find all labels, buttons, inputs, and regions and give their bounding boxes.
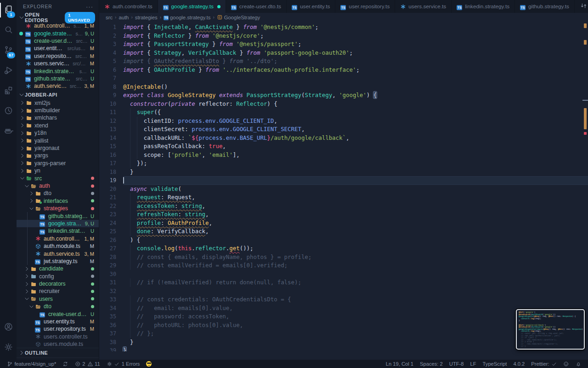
line-number[interactable]: 39 (99, 346, 123, 351)
line-number[interactable]: 21 (99, 193, 123, 202)
line-number[interactable]: 17 (99, 159, 123, 168)
tree-item-config[interactable]: config (17, 273, 99, 280)
code-line[interactable] (123, 270, 582, 279)
status-item-prettier[interactable]: Prettier: (528, 360, 560, 368)
line-number[interactable]: 12 (99, 117, 123, 126)
tree-item-auth-service-ts[interactable]: auth.service.ts3, M (17, 250, 99, 257)
breadcrumb-item[interactable]: TSgoogle.strategy.ts (164, 14, 210, 20)
line-number[interactable]: 25 (99, 227, 123, 236)
tree-item-recruiter[interactable]: recruiter (17, 288, 99, 295)
tree-item-dto[interactable]: dto (17, 303, 99, 310)
status-item-ts-version[interactable]: 4.0.2 (510, 360, 528, 368)
tree-item-xmlchars[interactable]: xmlchars (17, 114, 99, 121)
line-number[interactable]: 7 (99, 74, 123, 83)
status-item-sync[interactable] (59, 360, 72, 368)
line-number[interactable]: 34 (99, 304, 123, 313)
open-editor-item[interactable]: users.service.tssrc/u…M (17, 60, 99, 67)
tree-item-create-user-dto-ts[interactable]: TScreate-user.dto.tsU (17, 310, 99, 317)
tree-item-xtend[interactable]: xtend (17, 122, 99, 129)
open-changes-icon[interactable] (580, 2, 587, 11)
tab-linkedin-strategy-ts[interactable]: TSlinkedin.strategy.ts (452, 0, 515, 13)
status-item-gitmoji[interactable] (143, 360, 155, 368)
tree-item-xmlbuilder[interactable]: xmlbuilder (17, 107, 99, 114)
line-number[interactable]: 1 (99, 23, 123, 32)
status-item-problems[interactable]: 211 (72, 360, 103, 368)
tree-item-yn[interactable]: yn (17, 167, 99, 174)
code-line[interactable]: scope: ['profile', 'email'], (123, 151, 582, 160)
line-number[interactable]: 36 (99, 321, 123, 330)
code-line[interactable]: export class GoogleStrategy extends Pass… (123, 91, 582, 100)
open-editor-item[interactable]: TSuser.entity.tssrc/usersM (17, 45, 99, 52)
activity-bar-item-accounts[interactable] (0, 317, 17, 338)
tree-item-users-module-ts[interactable]: users.module.ts (17, 340, 99, 348)
activity-bar-item-explorer[interactable]: 1 (0, 0, 17, 20)
line-number[interactable]: 31 (99, 278, 123, 287)
code-line[interactable] (123, 287, 582, 296)
tree-item-decorators[interactable]: decorators (17, 280, 99, 288)
code-line[interactable]: callbackURL: `${process.env.BASE_URL}/au… (123, 134, 582, 143)
line-number[interactable]: 27 (99, 244, 123, 253)
line-number[interactable]: 14 (99, 134, 123, 143)
open-editor-item[interactable]: TSuser.repository.tssrc/…M (17, 52, 99, 60)
code-line[interactable]: clientID: process.env.GOOGLE_CLIENT_ID, (123, 117, 582, 126)
line-number[interactable]: 33 (99, 295, 123, 304)
code-line[interactable] (123, 176, 588, 185)
activity-bar-item-timer[interactable] (0, 101, 17, 121)
code-line[interactable]: profile: OAuthProfile, (123, 219, 582, 228)
code-line[interactable]: // password: accessToken, (123, 312, 582, 321)
tree-item-users-controller-ts[interactable]: users.controller.ts (17, 333, 99, 340)
status-item-eol[interactable]: LF (467, 360, 480, 368)
line-number[interactable]: 9 (99, 91, 123, 100)
line-number[interactable]: 4 (99, 49, 123, 58)
code-line[interactable]: passReqToCallback: true, (123, 142, 582, 151)
line-number[interactable]: 10 (99, 100, 123, 109)
line-number[interactable]: 3 (99, 40, 123, 49)
status-item-cursor-position[interactable]: Ln 19, Col 1 (383, 360, 417, 368)
line-number[interactable]: 18 (99, 168, 123, 177)
line-number[interactable]: 23 (99, 210, 123, 219)
line-number[interactable]: 22 (99, 202, 123, 211)
line-number[interactable]: 2 (99, 32, 123, 40)
breadcrumb-item[interactable]: GoogleStrategy (217, 14, 260, 20)
line-number[interactable]: 8 (99, 83, 123, 92)
tree-item-google-strategy-[interactable]: TSgoogle.strategy.…9, U (17, 220, 99, 227)
code-line[interactable]: } (123, 346, 582, 351)
activity-bar-item-settings[interactable] (0, 338, 17, 358)
tree-item-strategies[interactable]: strategies (17, 205, 99, 212)
line-number[interactable]: 11 (99, 108, 123, 117)
code-line[interactable]: super({ (123, 108, 582, 117)
line-number[interactable]: 26 (99, 236, 123, 245)
tree-item-auth-module-ts[interactable]: auth.module.tsM (17, 242, 99, 250)
tree-item-candidate[interactable]: candidate (17, 265, 99, 272)
tree-item-user-repository-ts[interactable]: TSuser.repository.tsM (17, 325, 99, 333)
line-number[interactable]: 19 (99, 176, 123, 185)
tree-item-auth-controller-ts[interactable]: auth.controller.ts1, M (17, 235, 99, 242)
code-line[interactable]: } (123, 338, 582, 347)
activity-bar-item-extensions[interactable] (0, 81, 17, 101)
tree-item-xml2js[interactable]: xml2js (17, 99, 99, 107)
code-line[interactable]: // }; (123, 329, 582, 338)
code-line[interactable]: // email: emails[0].value, (123, 304, 582, 313)
tree-item-user-entity-ts[interactable]: TSuser.entity.tsM (17, 318, 99, 325)
code-line[interactable]: import { PassportStrategy } from '@nestj… (123, 40, 582, 49)
breadcrumb-item[interactable]: auth (119, 15, 129, 20)
tree-item-y18n[interactable]: y18n (17, 129, 99, 137)
breadcrumb-item[interactable]: strategies (135, 15, 158, 20)
open-editor-item[interactable]: TSgoogle.strategy.tss…9, U (17, 29, 99, 37)
code-line[interactable]: refreshToken: string, (123, 210, 582, 219)
line-number[interactable]: 16 (99, 151, 123, 160)
tab-auth-controller-ts[interactable]: auth.controller.ts (99, 0, 158, 13)
code-line[interactable]: import { Injectable, CanActivate } from … (123, 23, 582, 32)
tab-create-user-dto-ts[interactable]: TScreate-user.dto.ts (226, 0, 287, 13)
project-section-header[interactable]: JOBBER-API (17, 90, 99, 99)
code-line[interactable]: clientSecret: process.env.GOOGLE_CLIENT_… (123, 125, 582, 134)
activity-bar-item-search[interactable] (0, 20, 17, 40)
line-number[interactable]: 13 (99, 125, 123, 134)
picture-in-picture-code-preview[interactable]: @Get('google')@UseGuards(AuthGuard('goog… (516, 309, 585, 350)
open-editor-item[interactable]: auth.controller.tssr…1, M (17, 22, 99, 29)
activity-bar-item-source-control[interactable]: 67 (0, 40, 17, 61)
tree-item-interfaces[interactable]: interfaces (17, 197, 99, 205)
code-line[interactable]: constructor(private reflector: Reflector… (123, 100, 582, 109)
tree-item-github-strategy-ts[interactable]: TSgithub.strategy.tsU (17, 212, 99, 219)
status-item-encoding[interactable]: UTF-8 (446, 360, 467, 368)
